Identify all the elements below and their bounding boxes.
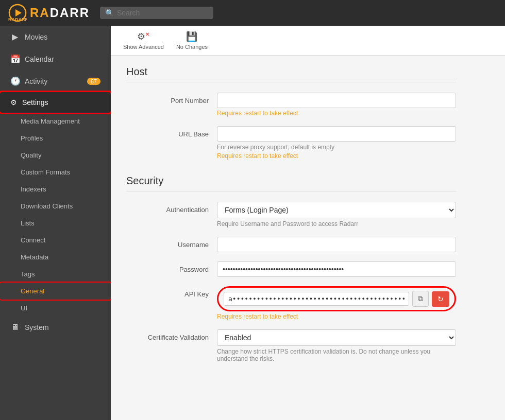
host-title: Host bbox=[126, 66, 456, 82]
sidebar-sub-quality[interactable]: Quality bbox=[0, 147, 111, 164]
sidebar-item-movies[interactable]: ▶ Movies bbox=[0, 26, 111, 48]
sidebar-sub-download-clients[interactable]: Download Clients bbox=[0, 198, 111, 215]
no-changes-button[interactable]: 💾 No Changes bbox=[172, 29, 212, 52]
sub-label-media-management: Media Management bbox=[21, 117, 80, 125]
cert-validation-row: Certificate Validation Enabled Disabled … bbox=[126, 329, 456, 362]
password-label: Password bbox=[126, 261, 209, 273]
search-box[interactable]: 🔍 bbox=[100, 7, 213, 19]
no-changes-icon: 💾 bbox=[186, 31, 197, 42]
app-title: RADARR bbox=[30, 6, 90, 20]
api-key-reset-button[interactable]: ↻ bbox=[432, 291, 449, 307]
sub-label-indexers: Indexers bbox=[21, 185, 46, 193]
api-key-wrap-outer: ⧉ ↻ Requires restart to take effect bbox=[217, 286, 456, 320]
sidebar-sub-lists[interactable]: Lists bbox=[0, 215, 111, 232]
api-key-label: API Key bbox=[126, 286, 209, 298]
username-wrap: sarlay bbox=[217, 237, 456, 252]
sub-label-tags: Tags bbox=[21, 270, 35, 278]
url-base-hint: For reverse proxy support, default is em… bbox=[217, 144, 456, 151]
logo-icon: RADARR bbox=[8, 4, 27, 22]
username-label: Username bbox=[126, 237, 209, 249]
sub-label-ui: UI bbox=[21, 304, 27, 312]
sidebar-label-system: System bbox=[25, 323, 49, 331]
sidebar-sub-tags[interactable]: Tags bbox=[0, 266, 111, 283]
sidebar-label-activity: Activity bbox=[25, 77, 47, 85]
url-base-input[interactable]: /radarr bbox=[217, 126, 456, 142]
api-key-copy-button[interactable]: ⧉ bbox=[412, 291, 429, 307]
svg-text:RADARR: RADARR bbox=[8, 17, 27, 22]
no-changes-label: No Changes bbox=[176, 44, 208, 50]
toolbar: ⚙✕ Show Advanced 💾 No Changes bbox=[111, 26, 505, 56]
sidebar-label-calendar: Calendar bbox=[25, 55, 54, 63]
sub-label-lists: Lists bbox=[21, 219, 35, 227]
cert-validation-hint: Change how strict HTTPS certification va… bbox=[217, 348, 456, 362]
sidebar-sub-metadata[interactable]: Metadata bbox=[0, 249, 111, 266]
url-base-wrap: /radarr For reverse proxy support, defau… bbox=[217, 126, 456, 160]
sub-label-download-clients: Download Clients bbox=[21, 202, 73, 210]
copy-icon: ⧉ bbox=[418, 294, 423, 303]
url-base-row: URL Base /radarr For reverse proxy suppo… bbox=[126, 126, 456, 160]
sub-label-quality: Quality bbox=[21, 151, 41, 159]
sidebar-sub-custom-formats[interactable]: Custom Formats bbox=[0, 164, 111, 181]
sidebar-sub-ui[interactable]: UI bbox=[0, 300, 111, 317]
app-container: RADARR RADARR 🔍 ▶ Movies 📅 Calendar 🕐 Ac bbox=[0, 0, 505, 420]
port-number-row: Port Number 7878 Requires restart to tak… bbox=[126, 93, 456, 117]
sub-label-custom-formats: Custom Formats bbox=[21, 168, 70, 176]
authentication-row: Authentication Forms (Login Page) None B… bbox=[126, 202, 456, 227]
show-advanced-label: Show Advanced bbox=[123, 44, 164, 50]
content-area: ⚙✕ Show Advanced 💾 No Changes Host Port … bbox=[111, 26, 505, 420]
reset-icon: ↻ bbox=[437, 295, 444, 303]
security-section: Security Authentication Forms (Login Pag… bbox=[126, 175, 456, 362]
username-row: Username sarlay bbox=[126, 237, 456, 252]
authentication-label: Authentication bbox=[126, 202, 209, 214]
sidebar-sub-connect[interactable]: Connect bbox=[0, 232, 111, 249]
api-key-row: API Key ⧉ ↻ Requires r bbox=[126, 286, 456, 320]
authentication-wrap: Forms (Login Page) None Basic (Browser P… bbox=[217, 202, 456, 227]
sidebar: ▶ Movies 📅 Calendar 🕐 Activity 67 ⚙ Sett… bbox=[0, 26, 111, 420]
authentication-select[interactable]: Forms (Login Page) None Basic (Browser P… bbox=[217, 202, 456, 218]
sidebar-item-settings[interactable]: ⚙ Settings bbox=[0, 92, 111, 113]
cert-validation-select[interactable]: Enabled Disabled for Local Addresses Dis… bbox=[217, 329, 456, 346]
api-key-restart-notice: Requires restart to take effect bbox=[217, 313, 456, 320]
port-number-label: Port Number bbox=[126, 93, 209, 104]
url-base-label: URL Base bbox=[126, 126, 209, 138]
search-icon: 🔍 bbox=[105, 9, 114, 17]
port-number-input[interactable]: 7878 bbox=[217, 93, 456, 108]
sidebar-item-system[interactable]: 🖥 System bbox=[0, 317, 111, 338]
top-bar: RADARR RADARR 🔍 bbox=[0, 0, 505, 26]
sidebar-label-settings: Settings bbox=[22, 98, 48, 107]
sub-label-profiles: Profiles bbox=[21, 134, 43, 142]
username-input[interactable]: sarlay bbox=[217, 237, 456, 252]
system-icon: 🖥 bbox=[10, 323, 20, 332]
activity-badge: 67 bbox=[87, 78, 100, 85]
movies-icon: ▶ bbox=[10, 32, 20, 42]
content-inner: Host Port Number 7878 Requires restart t… bbox=[111, 56, 472, 388]
show-advanced-icon: ⚙✕ bbox=[137, 31, 149, 42]
sidebar-sub-profiles[interactable]: Profiles bbox=[0, 130, 111, 147]
svg-marker-1 bbox=[15, 9, 22, 16]
sub-label-general: General bbox=[21, 287, 44, 295]
activity-icon: 🕐 bbox=[10, 76, 20, 86]
api-key-input[interactable] bbox=[224, 292, 409, 306]
authentication-hint: Require Username and Password to access … bbox=[217, 220, 456, 227]
sidebar-item-calendar[interactable]: 📅 Calendar bbox=[0, 48, 111, 70]
sidebar-sub-indexers[interactable]: Indexers bbox=[0, 181, 111, 198]
password-row: Password bbox=[126, 261, 456, 277]
sidebar-label-movies: Movies bbox=[25, 33, 47, 41]
sub-label-metadata: Metadata bbox=[21, 253, 48, 261]
cert-validation-wrap: Enabled Disabled for Local Addresses Dis… bbox=[217, 329, 456, 362]
logo: RADARR RADARR bbox=[8, 4, 90, 22]
sidebar-sub-general[interactable]: General bbox=[0, 283, 111, 300]
show-advanced-button[interactable]: ⚙✕ Show Advanced bbox=[119, 29, 168, 52]
port-restart-notice: Requires restart to take effect bbox=[217, 110, 456, 117]
api-key-highlight: ⧉ ↻ bbox=[217, 286, 456, 311]
search-input[interactable] bbox=[117, 9, 208, 17]
sidebar-item-activity[interactable]: 🕐 Activity 67 bbox=[0, 70, 111, 92]
settings-icon: ⚙ bbox=[10, 98, 17, 107]
security-title: Security bbox=[126, 175, 456, 191]
calendar-icon: 📅 bbox=[10, 54, 20, 64]
url-restart-notice: Requires restart to take effect bbox=[217, 152, 456, 160]
sidebar-sub-media-management[interactable]: Media Management bbox=[0, 113, 111, 130]
password-wrap bbox=[217, 261, 456, 277]
main-area: ▶ Movies 📅 Calendar 🕐 Activity 67 ⚙ Sett… bbox=[0, 26, 505, 420]
password-input[interactable] bbox=[217, 261, 456, 277]
